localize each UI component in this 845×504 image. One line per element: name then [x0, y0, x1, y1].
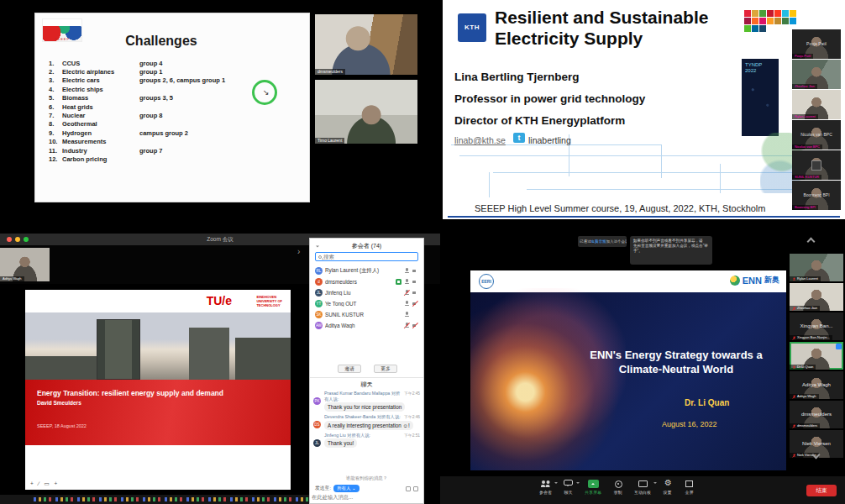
- camera-icon: [412, 268, 418, 274]
- challenge-label: Industry: [62, 147, 139, 155]
- challenge-number: 3.: [49, 76, 62, 84]
- notice-link[interactable]: 电脑音频: [591, 239, 606, 244]
- slide-body: ENN's Energy Strategy towards a Climate-…: [470, 292, 786, 470]
- tue-logo-text: EINDHOVEN UNIVERSITY OF TECHNOLOGY: [256, 295, 282, 307]
- toolbar-caret-icon[interactable]: [576, 482, 580, 486]
- participant-tile[interactable]: Aditya Wagh Aditya Wagh: [790, 371, 843, 399]
- toolbar-items: 参会者 聊天 共享屏幕 录制: [539, 480, 695, 495]
- participant-center-name: Boonreng BPI: [792, 192, 841, 197]
- toolbar-button[interactable]: 录制: [612, 480, 623, 495]
- gallery-next-arrow[interactable]: ›: [297, 247, 300, 256]
- annotation-tools[interactable]: + ∕ ▭ +: [30, 480, 59, 487]
- collapse-strip-chevron-icon[interactable]: [807, 238, 816, 246]
- send-to-dropdown[interactable]: 所有人 ⌄: [333, 485, 360, 492]
- participant-row[interactable]: JL Jinfeng Liu: [310, 287, 423, 298]
- participant-row[interactable]: RL Rylan Laurent (主持人): [310, 265, 423, 276]
- challenge-row: 1. CCUS group 4: [49, 59, 302, 67]
- toolbar-button[interactable]: 参会者: [539, 480, 552, 495]
- participant-tile[interactable]: Xingyan Ban... Xingyan Ban-Nanjin...: [790, 312, 843, 340]
- tue-sub-3: TECHNOLOGY: [256, 303, 280, 307]
- search-input[interactable]: [323, 254, 415, 260]
- toolbar-label: 互动白板: [634, 490, 651, 495]
- chat-messages: PK Prasad Kumar Bandaru Mallappa 对所有人说: …: [313, 391, 420, 450]
- tue-logo: TU/e: [207, 294, 232, 307]
- challenge-group: group 8: [139, 112, 302, 119]
- participant-tile[interactable]: Pooja Patil Pooja Patil: [792, 29, 841, 59]
- sdg-color-grid: [744, 10, 798, 32]
- challenge-number: 12.: [49, 155, 62, 163]
- sdg-tile: [744, 25, 751, 32]
- participant-video[interactable]: dmsmeulders: [315, 14, 417, 75]
- chat-composer: 发送至: 所有人 ⌄: [315, 485, 418, 492]
- toolbar-icon: [638, 480, 648, 488]
- mic-icon: [404, 323, 410, 328]
- participants-chat-panel: 参会者 (74) RL Rylan Laurent (主持人) d dmsmeu…: [309, 238, 424, 504]
- message-bubble: Thank you!: [324, 438, 357, 448]
- participant-row[interactable]: YT Ye Tong OUT: [310, 298, 423, 309]
- email-link[interactable]: linab@kth.se: [454, 135, 506, 145]
- participant-row[interactable]: AW Aditya Wagh: [310, 320, 423, 331]
- mic-icon: [404, 268, 410, 274]
- slide-title-band: Energy Transition: resilient energy supp…: [25, 380, 291, 445]
- participant-tile[interactable]: Boonreng BPI Boonreng BPI: [792, 181, 841, 210]
- toolbar-caret-icon[interactable]: [554, 482, 558, 486]
- shared-screen-icon: [811, 160, 821, 171]
- toolbar-button[interactable]: 聊天: [563, 480, 574, 495]
- challenge-row: 8. Geothermal: [49, 120, 302, 129]
- participant-name-label: Aditya Wagh: [790, 394, 819, 399]
- participant-tile[interactable]: Rylan Laurent: [790, 254, 843, 281]
- emoji-icon[interactable]: [413, 486, 418, 491]
- toolbar-button[interactable]: 共享屏幕: [585, 480, 601, 495]
- file-icon[interactable]: [406, 486, 411, 491]
- slide-footer-band: + ∕ ▭ +: [25, 445, 291, 490]
- participant-tile[interactable]: Zhezhao Jian: [792, 60, 841, 89]
- challenge-number: 4.: [49, 86, 62, 93]
- participant-center-name: dmsmeulders: [790, 412, 843, 417]
- toolbar-button[interactable]: 全屏: [684, 480, 695, 495]
- book-title-2: 2022: [745, 68, 775, 74]
- toolbar-button[interactable]: 互动白板: [634, 480, 651, 495]
- challenge-label: Electric airplanes: [62, 68, 139, 76]
- zoom-toolbar: 参会者 聊天 共享屏幕 录制: [440, 475, 845, 504]
- participant-name-label: Zhezhao Jian: [790, 306, 820, 311]
- participant-name-label: Dr Li Quan: [790, 365, 816, 370]
- participant-tile[interactable]: Zhezhao Jian: [790, 283, 843, 311]
- title-line-2: Electricity Supply: [495, 28, 708, 49]
- participant-tile[interactable]: SUNIL KUSTUR: [792, 150, 841, 180]
- participant-tile[interactable]: Dr Li Quan: [790, 342, 843, 370]
- participant-search[interactable]: [315, 252, 418, 261]
- composer-icons: [406, 486, 418, 491]
- chat-message: DS Devendra Shakeer-Banda 对所有人说: 下午2:46 …: [313, 414, 420, 430]
- challenge-row: 2. Electric airplanes group 1: [49, 67, 302, 76]
- gallery-video-tile[interactable]: Aditya Wagh: [0, 248, 50, 281]
- more-button[interactable]: 更多: [374, 365, 397, 373]
- invite-button[interactable]: 邀请: [338, 365, 361, 373]
- challenge-number: 8.: [49, 120, 62, 128]
- mic-icon: [404, 301, 410, 307]
- participants-header: 参会者 (74): [310, 242, 423, 250]
- toolbar-caret-icon[interactable]: [653, 482, 657, 486]
- chat-input[interactable]: [312, 494, 422, 500]
- toolbar-icon: [684, 480, 695, 488]
- avatar: JL: [315, 289, 323, 297]
- end-meeting-button[interactable]: 结束: [806, 485, 837, 496]
- slide-footer: SEEEP High Level Summer course, 19, Augu…: [475, 203, 765, 213]
- participant-tile[interactable]: Nicolas van BPC Nicolas van BPC: [792, 120, 841, 150]
- sdg-tile: [744, 10, 751, 17]
- participant-tile[interactable]: Rylan Laurent: [792, 90, 841, 119]
- participant-tile[interactable]: dmsmeulders dmsmeulders: [790, 401, 843, 428]
- book-title-1: TYNDP: [745, 62, 775, 68]
- participant-strip: Rylan Laurent Zhezhao Jian Xingyan Ban..…: [790, 254, 843, 459]
- slide-date: SEEEP, 18 August 2022: [37, 423, 87, 428]
- title-line-2: Climate-Neutral World: [571, 362, 781, 376]
- challenge-label: Carbon pricing: [62, 155, 139, 163]
- title-line-1: Resilient and Sustainable: [495, 7, 708, 28]
- participant-video[interactable]: Timo Laurent: [315, 80, 417, 144]
- sdg-tile: [790, 18, 796, 24]
- green-circle-annotation: ↘: [252, 80, 277, 105]
- participant-row[interactable]: SK SUNIL KUSTUR: [310, 309, 423, 320]
- participant-list: RL Rylan Laurent (主持人) d dmsmeulders JL: [310, 265, 423, 331]
- participant-row[interactable]: d dmsmeulders: [310, 276, 423, 287]
- toolbar-button[interactable]: 设置: [662, 480, 673, 495]
- toolbar-label: 参会者: [539, 490, 552, 495]
